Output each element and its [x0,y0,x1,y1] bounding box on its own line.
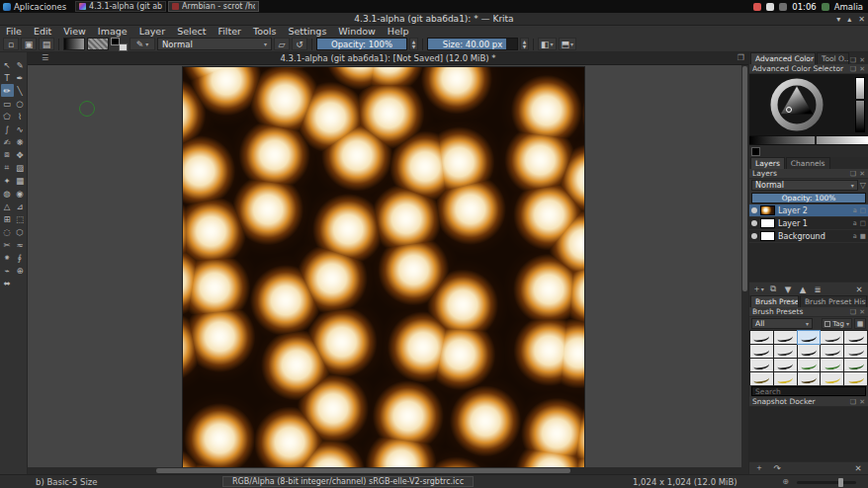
zoom-slider[interactable] [797,481,856,484]
pan-tool[interactable]: ⬌ [1,277,14,289]
move-tool[interactable]: ✥ [14,148,27,161]
brush-presets-titlebar[interactable]: Brush Presets ❏ ✕ [749,307,868,317]
vertical-scrollbar-handle[interactable] [742,66,747,291]
measure-tool[interactable]: ⊿ [14,200,27,212]
tag-toggle-button[interactable]: Tag ▾ [822,318,852,329]
brush-preset-thumbnail[interactable] [774,372,797,385]
rectangular-select-tool[interactable]: ⬚ [14,212,27,225]
close-docker-icon[interactable]: ✕ [859,65,865,73]
color-sampler-tool[interactable]: ✦ [1,174,14,187]
move-layer-up-button[interactable]: ▲ [797,284,809,294]
text-tool[interactable]: T [1,71,14,84]
foreground-color-swatch[interactable] [111,38,120,45]
opacity-spinner[interactable]: ▲▼ [409,38,418,50]
elliptical-select-tool[interactable]: ◌ [1,225,14,238]
dynamic-brush-tool[interactable]: ✍ [1,135,14,148]
canvas-viewport[interactable] [28,65,748,474]
freehand-select-tool[interactable]: ✂ [1,238,14,251]
vertical-scrollbar[interactable] [741,65,748,467]
lightness-slider[interactable] [749,135,868,145]
crop-tool[interactable]: ⌗ [1,161,14,174]
switch-snapshot-button[interactable]: ↷ [771,463,783,474]
brush-preset-thumbnail[interactable] [821,331,843,344]
layer-row[interactable]: Layer 1a□ [749,217,868,230]
tab-layers[interactable]: Layers [750,157,785,169]
new-document-icon[interactable]: ▫ [3,38,19,50]
calligraphy-tool[interactable]: ✒ [14,71,27,84]
current-brush-name[interactable]: b) Basic-5 Size [36,477,98,487]
bezier-select-tool[interactable]: ∮ [14,251,27,264]
gradient-tool[interactable]: ▨ [14,161,27,174]
visibility-eye-icon[interactable] [751,220,757,226]
create-snapshot-button[interactable]: ＋ [753,463,765,474]
add-layer-button[interactable]: ＋▾ [752,284,764,294]
reference-images-tool[interactable]: ⊞ [1,212,14,225]
saturation-value-triangle[interactable] [781,86,814,115]
menu-select[interactable]: Select [171,26,212,37]
layers-docker-titlebar[interactable]: Layers ❏ ✕ [749,169,868,179]
taskbar-window-button[interactable]: Armbian - scrot /home/a... [168,1,259,12]
user-name[interactable]: Amalia [834,2,863,12]
maximize-icon[interactable]: ▴ [847,15,851,24]
lightness-slider-handle[interactable] [815,136,817,144]
opacity-slider[interactable]: Opacity: 100% [316,38,407,50]
similar-color-select-tool[interactable]: ≈ [14,238,27,251]
tag-checkbox-icon[interactable] [825,321,830,327]
close-docker-icon[interactable]: ✕ [859,170,865,178]
float-docker-icon[interactable]: ❏ [850,65,856,73]
ellipse-tool[interactable]: ○ [14,97,27,110]
mirror-horizontal-button[interactable]: ◧▾ [538,38,557,50]
brush-preset-thumbnail[interactable] [844,359,867,371]
enclose-fill-tool[interactable]: ◉ [14,187,27,200]
brush-preset-thumbnail[interactable] [821,345,843,358]
move-layer-down-button[interactable]: ▼ [782,284,794,294]
visibility-eye-icon[interactable] [751,233,757,239]
float-docker-icon[interactable]: ❏ [850,170,856,178]
taskbar-window-button[interactable]: 4.3.1-alpha (git aba6da1... [75,1,166,12]
menu-image[interactable]: Image [92,26,133,37]
tab-brush-presets[interactable]: Brush Presets [750,295,799,307]
layer-row[interactable]: Backgrounda■ [749,230,868,243]
brush-preset-thumbnail[interactable] [774,331,797,344]
edit-shapes-tool[interactable]: ✎ [14,58,27,71]
rectangle-tool[interactable]: ▭ [1,97,14,110]
document-tab-title[interactable]: 4.3.1-alpha (git aba6da1): [Not Saved] (… [280,53,495,63]
layer-row[interactable]: Layer 2a□ [749,204,868,217]
preset-view-mode-icon[interactable]: ▦ [854,318,866,329]
close-icon[interactable]: ✕ [858,15,865,24]
menu-edit[interactable]: Edit [28,26,57,37]
multibrush-tool[interactable]: ❋ [14,135,27,148]
tray-network-icon[interactable] [779,3,787,11]
brush-preset-thumbnail[interactable] [798,359,821,371]
brush-preset-thumbnail[interactable] [798,331,821,344]
blend-mode-dropdown[interactable]: Normal ▾ [157,38,272,50]
brush-preset-thumbnail[interactable] [821,372,843,385]
color-wheel[interactable] [769,77,825,132]
transform-tool[interactable]: ⧈ [1,148,14,161]
document-canvas[interactable] [183,67,584,467]
bezier-curve-tool[interactable]: ∫ [1,122,14,135]
close-docker-icon[interactable]: ✕ [859,398,865,406]
delete-layer-button[interactable]: ✕ [853,284,865,294]
tab-channels[interactable]: Channels [786,157,830,169]
brush-preset-thumbnail[interactable] [798,345,821,358]
brush-preset-thumbnail[interactable] [750,331,773,344]
assistants-tool[interactable]: △ [1,200,14,212]
horizontal-scrollbar[interactable] [28,467,741,474]
background-color-swatch[interactable] [119,43,128,51]
tab-tool-o[interactable]: Tool O... [817,52,849,64]
menu-help[interactable]: Help [382,26,415,37]
polygonal-select-tool[interactable]: ⬡ [14,225,27,238]
brush-search-input[interactable] [751,386,866,396]
float-docker-icon[interactable]: ❏ [850,308,856,316]
freehand-path-tool[interactable]: ∿ [14,122,27,135]
pattern-edit-tool[interactable]: ▦ [14,174,27,187]
zoom-slider-handle[interactable] [838,478,843,487]
subwindow-restore-icon[interactable]: ❐ [738,53,744,62]
gradient-chooser-button[interactable] [63,38,85,50]
fill-tool[interactable]: ◍ [1,187,14,200]
colorspace-button[interactable]: RGB/Alpha (8-bit integer/channel) sRGB-e… [222,476,474,487]
size-spinner[interactable]: ▲▼ [520,38,529,50]
brush-preset-thumbnail[interactable] [844,372,867,385]
layer-blend-mode-dropdown[interactable]: Normal ▾ [751,180,858,191]
